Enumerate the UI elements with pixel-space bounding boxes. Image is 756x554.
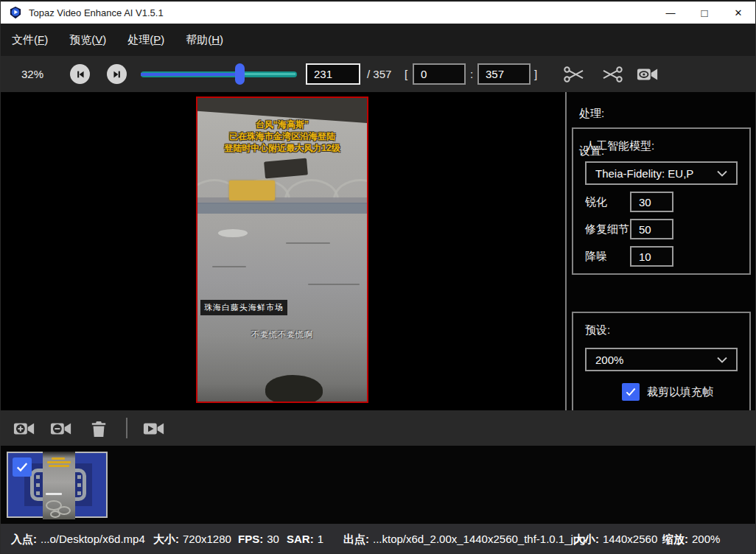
caption-line-1: 台风“海高斯” [197,119,367,130]
video-preview[interactable]: 台风“海高斯” 已在珠海市金湾区沿海登陆 登陆时中心附近最大风力12级 珠海白藤… [196,97,368,403]
processing-heading: 处理: [579,107,755,121]
crop-to-fill-label: 裁剪以填充帧 [647,385,713,399]
menu-process-post: ) [161,33,164,46]
menu-help-post: ) [220,33,223,46]
close-button[interactable]: ✕ [721,1,755,24]
menu-help-pre: 帮助( [186,33,211,46]
ai-model-value: Theia-Fidelity: EU,P [595,167,693,180]
trash-icon [88,418,109,440]
status-bar: 入点:...o/Desktop/x6d.mp4 大小:720x1280 FPS:… [1,524,755,554]
status-scale: 缩放:200% [662,524,720,554]
zoom-level-label: 32% [21,56,43,92]
total-frames-label: / 357 [367,56,391,92]
sharpen-row: 锐化 [585,192,738,212]
minimize-button[interactable]: — [654,1,687,24]
app-logo-icon [9,6,22,19]
window-controls: — □ ✕ [654,1,755,24]
thumbnail-image [43,452,75,519]
status-sar: SAR:1 [287,524,323,554]
skip-back-icon [75,69,85,80]
menu-preview-post: ) [102,33,106,46]
menu-preview-pre: 预览( [69,33,95,46]
menu-process[interactable]: 处理(P) [117,29,175,52]
check-icon [15,460,29,474]
crop-to-fill-row: 裁剪以填充帧 [585,383,738,401]
skip-to-start-button[interactable] [70,64,90,84]
trim-end-button[interactable] [599,62,624,87]
status-input-path: 入点:...o/Desktop/x6d.mp4 [11,524,145,554]
video-location-tag: 珠海白藤头海鲜市场 [200,300,287,315]
thumbnail-checkbox[interactable] [13,457,32,477]
sharpen-label: 锐化 [585,195,630,209]
slider-remaining [244,73,295,75]
denoise-row: 降噪 [585,246,738,267]
scissors-right-icon [599,63,624,86]
slider-thumb[interactable] [235,63,245,85]
preset-value: 200% [595,354,623,366]
caption-line-3: 登陆时中心附近最大风力12级 [197,142,367,154]
menu-bar: 文件(F) 预览(V) 处理(P) 帮助(H) [1,24,755,56]
trim-start-button[interactable] [562,62,587,87]
title-bar: Topaz Video Enhance AI V1.5.1 — □ ✕ [1,1,755,24]
thumbnail-strip [1,446,755,524]
process-video-button[interactable] [142,417,166,441]
denoise-label: 降噪 [585,250,630,264]
menu-help[interactable]: 帮助(H) [175,29,234,52]
range-end-input[interactable] [477,63,531,85]
menu-process-pre: 处理( [127,33,153,46]
skip-to-end-button[interactable] [107,64,127,84]
main-area: 台风“海高斯” 已在珠海市金湾区沿海登陆 登陆时中心附近最大风力12级 珠海白藤… [1,92,755,410]
menu-file-key: F [38,33,44,46]
maximize-button[interactable]: □ [687,1,721,24]
video-dark-blob [265,375,323,403]
video-thumbnail-tile[interactable] [7,452,108,518]
camera-eye-icon [635,63,660,85]
slider-progress [141,73,239,76]
video-wall [197,203,367,214]
clip-toolbar [1,410,755,446]
range-open-bracket: [ [405,56,407,92]
menu-help-key: H [211,33,220,46]
chevron-down-icon [717,357,727,363]
preset-dropdown[interactable]: 200% [585,348,738,371]
video-yellow-sign [229,180,275,200]
camera-play-icon [142,418,166,440]
range-start-input[interactable] [413,63,466,85]
menu-file[interactable]: 文件(F) [1,29,58,52]
clipbar-divider [126,418,127,438]
frame-slider[interactable] [141,56,297,92]
camera-minus-icon [49,418,73,440]
app-window: Topaz Video Enhance AI V1.5.1 — □ ✕ 文件(F… [0,0,756,554]
settings-group: 预设: 200% 裁剪以填充帧 [572,312,751,410]
range-separator: : [470,56,473,92]
processing-group: 人工智能模型: Theia-Fidelity: EU,P 锐化 修复细节 降噪 [572,127,751,275]
playback-toolbar: 32% / 357 [ : ] [1,56,755,92]
sharpen-input[interactable] [630,192,673,212]
status-fps: FPS:30 [238,524,279,554]
video-caption: 台风“海高斯” 已在珠海市金湾区沿海登陆 登陆时中心附近最大风力12级 [197,119,367,154]
restore-detail-input[interactable] [630,219,673,239]
settings-panel: 处理: 人工智能模型: Theia-Fidelity: EU,P 锐化 修复细节 [565,92,755,410]
crop-to-fill-checkbox[interactable] [622,383,640,401]
denoise-input[interactable] [630,246,673,267]
video-subtitle: 不要慌不要慌啊 [197,329,367,340]
preview-button[interactable] [635,62,660,87]
add-video-button[interactable] [13,417,36,441]
status-output-size: 大小:1440x2560 [573,524,657,554]
remove-video-button[interactable] [49,417,73,441]
scissors-left-icon [562,63,587,86]
chevron-down-icon [717,170,727,177]
current-frame-input[interactable] [306,63,360,85]
video-flooded-car [218,229,248,237]
status-output-path: 出点:...ktop/x6d_2.00x_1440x2560_thf-1.0.1… [343,524,589,554]
range-close-bracket: ] [534,56,537,92]
preset-label: 预设: [585,323,738,337]
window-title: Topaz Video Enhance AI V1.5.1 [29,7,164,18]
menu-file-post: ) [44,33,48,46]
delete-clip-button[interactable] [87,417,111,441]
menu-preview[interactable]: 预览(V) [59,29,116,52]
skip-forward-icon [112,69,122,80]
menu-preview-key: V [95,33,102,46]
ai-model-dropdown[interactable]: Theia-Fidelity: EU,P [585,161,738,185]
restore-detail-row: 修复细节 [585,219,738,239]
